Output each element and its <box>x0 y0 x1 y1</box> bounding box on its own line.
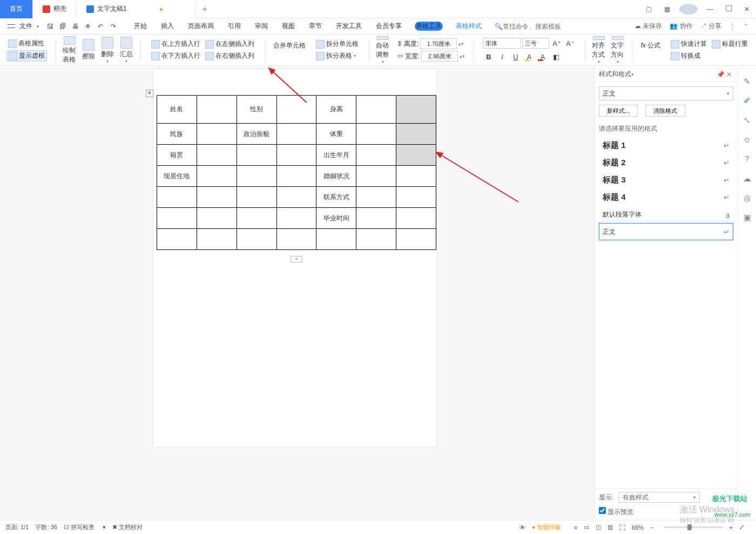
shrink-font-button[interactable]: A⁻ <box>564 37 576 49</box>
maximize-button[interactable] <box>719 5 738 13</box>
rail-target-icon[interactable]: ◎ <box>744 193 751 203</box>
font-family-select[interactable]: 宋体 <box>483 38 521 49</box>
zoom-out-button[interactable]: − <box>650 524 653 531</box>
cell[interactable] <box>197 229 237 250</box>
share-button[interactable]: ↗ 分享 <box>700 22 721 31</box>
zoom-slider[interactable] <box>664 526 723 528</box>
grid-icon[interactable]: ▦ <box>658 5 676 13</box>
merge-cells-button[interactable]: 合并单元格 <box>273 41 306 50</box>
rail-settings-icon[interactable]: ⎊ <box>745 135 750 144</box>
draw-table-button[interactable]: 绘制表格 <box>63 36 77 64</box>
cell[interactable] <box>396 229 436 250</box>
fullscreen-icon[interactable]: ⤢ <box>739 524 744 531</box>
insert-row-below-button[interactable]: 在下方插入行 <box>150 51 202 61</box>
table-move-handle[interactable]: ✥ <box>146 90 153 97</box>
save-icon[interactable]: 🖫 <box>45 23 56 30</box>
tab-start[interactable]: 开始 <box>133 22 148 31</box>
style-item-default-font[interactable]: 默认段落字体a <box>599 206 733 223</box>
tab-shell[interactable]: 稻壳 <box>33 0 77 18</box>
rail-pencil-icon[interactable]: ✐ <box>744 96 751 106</box>
cell[interactable] <box>197 166 237 187</box>
highlight-button[interactable]: A <box>523 51 535 63</box>
style-item[interactable]: 标题 3↵ <box>599 171 733 188</box>
cell[interactable] <box>276 229 316 250</box>
rail-cursor-icon[interactable]: ⤡ <box>744 116 751 125</box>
cell[interactable] <box>197 208 237 229</box>
cell[interactable] <box>237 187 276 208</box>
view-web-icon[interactable]: ◫ <box>596 524 601 531</box>
split-cells-button[interactable]: 拆分单元格 <box>314 39 360 49</box>
delete-button[interactable]: 删除▾ <box>100 36 115 64</box>
status-page[interactable]: 页面: 1/1 <box>5 523 29 531</box>
file-menu[interactable]: 文件▾ <box>5 22 42 31</box>
underline-button[interactable]: U <box>510 51 522 63</box>
cell[interactable]: 民族 <box>157 124 197 145</box>
print-icon[interactable]: 🖶 <box>70 23 81 30</box>
style-item[interactable]: 标题 2↵ <box>599 154 733 171</box>
tab-reference[interactable]: 引用 <box>227 22 242 31</box>
cell[interactable] <box>237 166 276 187</box>
status-words[interactable]: 字数: 36 <box>35 523 57 531</box>
tab-layout[interactable]: 页面布局 <box>187 22 215 31</box>
cell[interactable] <box>396 166 436 187</box>
stepper-icon-2[interactable]: ▴▾ <box>460 53 465 59</box>
table-props-button[interactable]: 表格属性 <box>6 38 46 49</box>
zoom-fit-icon[interactable]: ⛶ <box>619 524 625 531</box>
cell[interactable] <box>356 96 396 124</box>
cell[interactable] <box>356 229 396 250</box>
clear-format-button[interactable]: 清除格式 <box>645 105 685 117</box>
tab-home[interactable]: 首页 <box>0 0 33 18</box>
autofit-button[interactable]: 自动调整▾ <box>376 36 390 64</box>
rail-window-icon[interactable]: ▣ <box>744 213 751 222</box>
insert-col-left-button[interactable]: 在左侧插入列 <box>204 39 256 49</box>
style-item[interactable]: 标题 4↵ <box>599 188 733 206</box>
insert-row-above-button[interactable]: 在上方插入行 <box>150 39 202 49</box>
formula-button[interactable]: fx 公式 <box>640 41 660 50</box>
align-button[interactable]: 对齐方式▾ <box>592 36 606 64</box>
save-as-icon[interactable]: 🗐 <box>57 23 68 30</box>
stepper-icon[interactable]: ▴▾ <box>458 41 464 46</box>
cell[interactable]: 毕业时间 <box>316 208 356 229</box>
cell[interactable] <box>356 187 396 208</box>
erase-button[interactable]: 擦除 <box>82 36 96 64</box>
unsaved-button[interactable]: ☁ 未保存 <box>634 22 662 31</box>
cell[interactable] <box>237 229 276 250</box>
cell[interactable] <box>356 145 396 166</box>
cell[interactable]: 体重 <box>316 124 356 145</box>
tab-add[interactable]: + <box>195 4 214 14</box>
cell[interactable] <box>197 124 237 145</box>
cell[interactable] <box>276 96 316 124</box>
cell[interactable] <box>237 145 276 166</box>
title-row-button[interactable]: 标题行重 <box>710 39 750 49</box>
preview-icon[interactable]: 👁 <box>83 23 93 30</box>
coop-button[interactable]: 👥 协作 <box>670 22 692 31</box>
height-input[interactable]: 1.70厘米 <box>420 38 457 49</box>
insert-col-right-button[interactable]: 在右侧插入列 <box>204 51 256 61</box>
cell[interactable]: 性别 <box>237 96 276 124</box>
style-item-body[interactable]: 正文↵ <box>599 223 733 240</box>
document-workspace[interactable]: ✥ 姓名 性别 身高 民族 政治面貌 体重 籍贯 出生年月 现居住地 <box>0 67 594 520</box>
tab-table-tools[interactable]: 表格工具 <box>415 22 443 31</box>
layout-icon[interactable]: ▢ <box>639 5 658 13</box>
text-direction-button[interactable]: 文字方向▾ <box>611 36 625 64</box>
cell-selected[interactable] <box>396 124 436 145</box>
cell[interactable] <box>276 187 316 208</box>
cell[interactable] <box>197 96 237 124</box>
new-style-button[interactable]: 新样式... <box>599 105 638 117</box>
avatar[interactable] <box>679 4 698 15</box>
cell[interactable] <box>396 187 436 208</box>
view-print-icon[interactable]: ▥ <box>608 524 613 531</box>
cell[interactable] <box>356 166 396 187</box>
preview-checkbox[interactable]: 显示预览 <box>599 508 633 516</box>
cell[interactable]: 现居住地 <box>157 166 197 187</box>
grow-font-button[interactable]: A⁺ <box>551 37 563 49</box>
zoom-value[interactable]: 66% <box>632 524 644 531</box>
rail-select-icon[interactable]: ✎ <box>744 77 751 86</box>
status-smart[interactable]: ● 智能排版 <box>532 523 568 531</box>
cell[interactable]: 政治面貌 <box>237 124 276 145</box>
bold-button[interactable]: B <box>483 51 495 63</box>
cell[interactable] <box>356 124 396 145</box>
cell[interactable] <box>356 208 396 229</box>
summary-button[interactable]: 汇总▾ <box>119 36 134 64</box>
cell[interactable] <box>197 187 237 208</box>
